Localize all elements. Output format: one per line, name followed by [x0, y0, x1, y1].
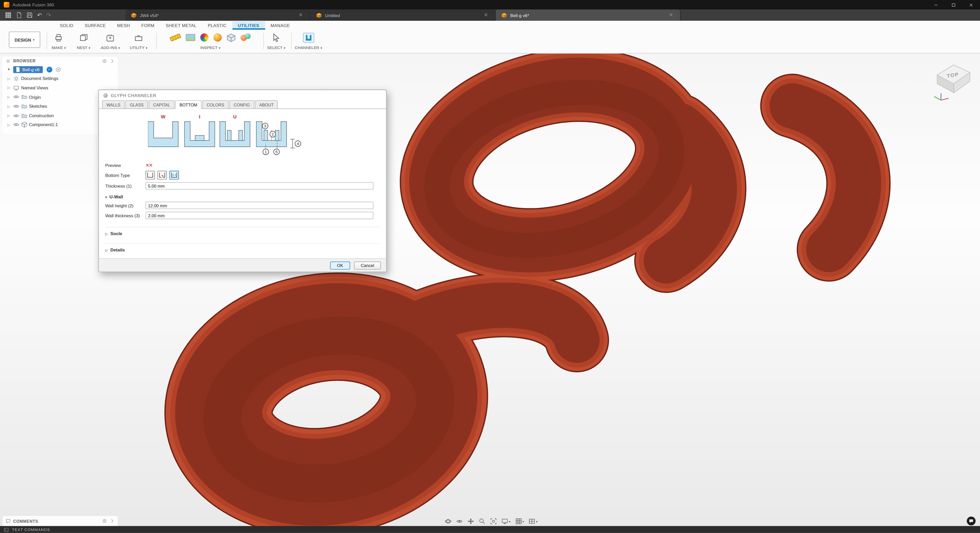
dialog-tab-colors[interactable]: COLORS	[202, 100, 229, 109]
window-close-button[interactable]	[963, 0, 980, 10]
bottom-type-label: Bottom Type	[105, 173, 145, 177]
details-section-header[interactable]: ▷ Details	[105, 243, 380, 252]
viewports-icon[interactable]: ▾	[528, 518, 538, 525]
nest-sheets-icon[interactable]	[79, 33, 88, 42]
utility-group[interactable]: UTILITY▾	[130, 30, 147, 50]
dialog-tab-walls[interactable]: WALLS	[102, 100, 125, 109]
status-bar: TEXT COMMANDS	[0, 526, 980, 533]
channeler-group[interactable]: CHANNELER▾	[295, 30, 322, 50]
socle-section-header[interactable]: ▷ Socle	[105, 227, 380, 235]
ribbon-tab-surface[interactable]: SURFACE	[79, 21, 111, 30]
tree-collapsed-icon[interactable]: ▷	[6, 77, 11, 81]
add-ins-icon[interactable]	[106, 33, 115, 42]
grid-settings-icon[interactable]: ▾	[515, 518, 524, 525]
file-menu-icon[interactable]	[16, 12, 22, 18]
comments-panel[interactable]: COMMENTS	[3, 516, 118, 526]
inspect-group[interactable]: INSPECT▾	[161, 30, 259, 50]
comments-options-icon[interactable]	[102, 519, 107, 523]
select-group[interactable]: SELECT▾	[267, 30, 285, 50]
visibility-eye-icon[interactable]	[13, 122, 19, 127]
select-cursor-icon[interactable]	[272, 33, 281, 42]
cancel-button[interactable]: Cancel	[354, 261, 381, 269]
zoom-icon[interactable]	[479, 518, 486, 525]
display-settings-icon[interactable]: ▾	[501, 518, 511, 525]
collapse-panel-icon[interactable]	[6, 58, 11, 63]
tree-collapsed-icon[interactable]: ▷	[6, 104, 11, 108]
text-commands-label[interactable]: TEXT COMMANDS	[12, 527, 50, 532]
panel-handle-icon[interactable]	[110, 519, 115, 523]
thickness-input[interactable]	[145, 182, 373, 190]
tree-root-selected[interactable]: Bell-g v6	[13, 66, 43, 73]
doc-tab-untitled[interactable]: Untitled	[310, 10, 496, 21]
wall-thickness-input[interactable]	[145, 212, 373, 219]
draft-analysis-icon[interactable]	[213, 33, 222, 41]
ribbon-tab-manage[interactable]: MANAGE	[265, 21, 296, 30]
toolbox-icon[interactable]	[134, 33, 143, 42]
interference-icon[interactable]	[241, 33, 251, 41]
tree-row-document-settings[interactable]: ▷ Document Settings	[3, 74, 118, 83]
visibility-eye-icon[interactable]	[13, 113, 19, 118]
browser-options-icon[interactable]	[102, 58, 107, 63]
uwall-section-header[interactable]: ▾ U-Wall	[105, 195, 380, 199]
visibility-eye-icon[interactable]	[13, 94, 19, 100]
ribbon-tab-form[interactable]: FORM	[135, 21, 160, 30]
window-minimize-button[interactable]	[927, 0, 945, 10]
tree-row-root[interactable]: ▾ Bell-g v6 ✓	[3, 65, 118, 74]
redo-icon[interactable]: ↷	[46, 12, 51, 18]
panel-handle-icon[interactable]	[110, 58, 115, 63]
save-icon[interactable]	[27, 12, 33, 18]
ribbon-tab-sheet-metal[interactable]: SHEET METAL	[160, 21, 202, 30]
dialog-tab-bottom[interactable]: BOTTOM	[175, 100, 202, 109]
ribbon-tab-utilities[interactable]: UTILITIES	[232, 21, 265, 30]
tree-expanded-icon[interactable]: ▾	[6, 68, 11, 72]
ribbon-tab-mesh[interactable]: MESH	[111, 21, 136, 30]
bottom-type-island-option[interactable]	[158, 171, 167, 180]
curvature-analysis-icon[interactable]	[200, 33, 208, 41]
visibility-eye-icon[interactable]	[13, 103, 19, 109]
view-cube[interactable]: TOP	[932, 59, 976, 108]
circle-x-icon[interactable]	[56, 67, 61, 72]
add-ins-group[interactable]: ADD-INS▾	[101, 30, 120, 50]
undo-icon[interactable]: ↶	[37, 12, 42, 18]
dialog-header[interactable]: GLYPH CHANNELER	[99, 90, 386, 100]
ok-button[interactable]: OK	[330, 261, 350, 269]
tree-collapsed-icon[interactable]: ▷	[6, 86, 11, 90]
doc-tab-bell-g[interactable]: Bell-g v6*	[496, 10, 681, 21]
app-launcher-icon[interactable]	[5, 12, 11, 18]
assistant-badge[interactable]	[967, 517, 976, 526]
diagram-letter-u: U	[233, 114, 237, 119]
ribbon-tab-solid[interactable]: SOLID	[54, 21, 79, 30]
dialog-tab-glass[interactable]: GLASS	[125, 100, 148, 109]
3d-print-icon[interactable]	[54, 33, 63, 42]
bottom-type-uwall-option[interactable]	[169, 171, 179, 180]
measure-icon[interactable]	[170, 33, 181, 41]
section-analysis-icon[interactable]	[227, 33, 235, 42]
channeler-icon[interactable]	[303, 32, 314, 42]
make-group[interactable]: MAKE▾	[52, 30, 65, 50]
look-at-icon[interactable]	[456, 518, 463, 525]
window-maximize-button[interactable]	[945, 0, 963, 10]
workspace-selector[interactable]: DESIGN ▾	[9, 32, 40, 48]
tree-collapsed-icon[interactable]: ▷	[6, 123, 11, 127]
bottom-type-wall-option[interactable]	[145, 171, 155, 180]
drag-handle-icon[interactable]	[103, 93, 108, 97]
close-icon[interactable]	[669, 12, 675, 18]
wall-height-input[interactable]	[145, 202, 373, 209]
close-icon[interactable]	[484, 12, 490, 18]
canvas-image-icon[interactable]	[186, 34, 195, 41]
preview-disabled-icon[interactable]: ✕✕	[145, 162, 152, 168]
preview-label: Preview	[105, 163, 145, 167]
orbit-icon[interactable]	[445, 518, 452, 525]
text-commands-icon[interactable]	[4, 527, 9, 532]
dialog-tab-about[interactable]: ABOUT	[255, 100, 278, 109]
tree-collapsed-icon[interactable]: ▷	[6, 114, 11, 118]
dialog-tab-capital[interactable]: CAPITAL	[149, 100, 175, 109]
pan-icon[interactable]	[467, 518, 474, 525]
tree-collapsed-icon[interactable]: ▷	[6, 95, 11, 99]
ribbon-tab-plastic[interactable]: PLASTIC	[202, 21, 232, 30]
dialog-tab-config[interactable]: CONFIG	[229, 100, 254, 109]
doc-tab-jw4[interactable]: JW4 v54*	[125, 10, 310, 21]
nest-group[interactable]: NEST▾	[77, 30, 90, 50]
fit-icon[interactable]	[490, 518, 497, 525]
close-icon[interactable]	[299, 12, 304, 18]
